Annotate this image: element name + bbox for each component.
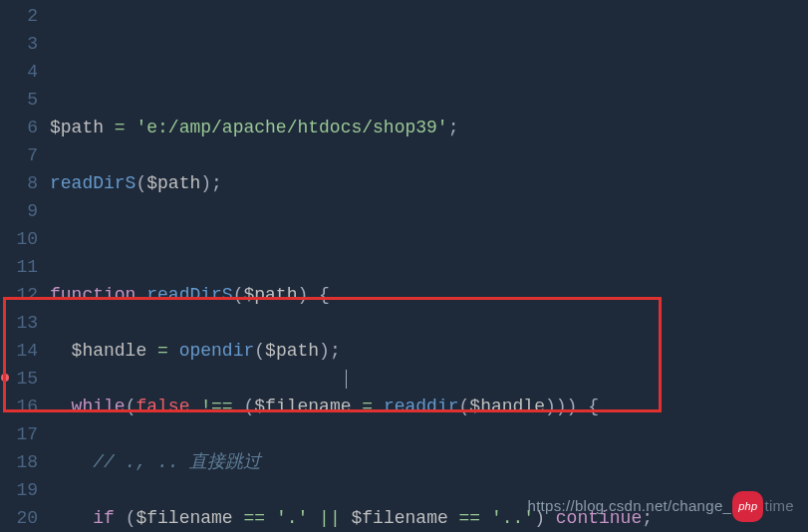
line-number: 5: [0, 86, 38, 114]
token-variable: $path: [243, 285, 297, 305]
line-number: 3: [0, 30, 38, 58]
token-function-call: readdir: [384, 397, 459, 416]
token-keyword: continue: [556, 508, 642, 528]
token-string: 'e:/amp/apache/htdocs/shop39': [135, 118, 447, 137]
line-number: 7: [0, 141, 38, 169]
token-keyword: function: [50, 285, 135, 305]
token-variable: $handle: [72, 341, 147, 361]
line-number-gutter: 234567891011121314151617181920: [0, 0, 50, 532]
line-number: 8: [0, 169, 38, 197]
token-punct: ;: [448, 118, 459, 137]
code-line[interactable]: while(false !== ($filename = readdir($ha…: [50, 393, 808, 420]
line-number: 10: [0, 225, 38, 253]
code-line[interactable]: // ., .. 直接跳过: [50, 448, 808, 476]
token-punct: ): [567, 397, 578, 416]
code-line[interactable]: $handle = opendir($path);: [50, 337, 808, 365]
token-brace: {: [588, 397, 599, 416]
code-line[interactable]: readDirS($path);: [50, 169, 808, 197]
code-area[interactable]: $path = 'e:/amp/apache/htdocs/shop39'; r…: [50, 0, 808, 532]
token-punct: ): [556, 397, 567, 416]
token-space: [135, 285, 146, 305]
token-punct: ): [319, 341, 330, 361]
token-space: [308, 285, 319, 305]
token-function-def: readDirS: [146, 285, 232, 305]
token-punct: (: [135, 173, 146, 193]
token-keyword: if: [93, 508, 115, 528]
token-brace: {: [319, 285, 330, 305]
token-constant: false: [135, 397, 189, 416]
token-punct: ): [200, 173, 211, 193]
gutter-marker-icon: [1, 374, 9, 382]
token-operator: ==: [233, 508, 276, 528]
token-punct: ;: [330, 341, 341, 361]
token-string: '..': [491, 508, 534, 528]
line-number: 6: [0, 114, 38, 141]
token-string: '.': [276, 508, 308, 528]
token-punct: (: [126, 508, 136, 528]
line-number: 16: [0, 393, 38, 420]
line-number: 4: [0, 58, 38, 86]
token-punct: (: [233, 285, 244, 305]
token-variable: $filename: [135, 508, 232, 528]
token-punct: ;: [642, 508, 653, 528]
token-punct: ): [534, 508, 545, 528]
line-number: 12: [0, 281, 38, 309]
code-line[interactable]: [50, 225, 808, 253]
token-variable: $path: [146, 173, 200, 193]
text-cursor-icon: [346, 370, 347, 389]
token-punct: ): [545, 397, 556, 416]
token-comment: // ., .. 直接跳过: [93, 452, 261, 472]
line-number: 19: [0, 476, 38, 504]
token-punct: ): [297, 285, 308, 305]
token-space: [115, 508, 126, 528]
code-line[interactable]: function readDirS($path) {: [50, 281, 808, 309]
token-punct: (: [254, 341, 265, 361]
line-number: 20: [0, 504, 38, 532]
token-keyword: while: [72, 397, 126, 416]
token-operator: =: [352, 397, 384, 416]
line-number: 9: [0, 197, 38, 225]
token-function-call: opendir: [179, 341, 255, 361]
token-variable: $handle: [469, 397, 545, 416]
token-variable: $path: [50, 118, 104, 137]
line-number: 14: [0, 337, 38, 365]
token-variable: $path: [265, 341, 319, 361]
code-line[interactable]: $path = 'e:/amp/apache/htdocs/shop39';: [50, 114, 808, 141]
token-operator: !==: [189, 397, 243, 416]
token-operator: ||: [308, 508, 351, 528]
token-operator: =: [104, 118, 135, 137]
token-space: [545, 508, 556, 528]
token-punct: (: [126, 397, 136, 416]
line-number: 2: [0, 2, 38, 30]
code-line[interactable]: if ($filename == '.' || $filename == '..…: [50, 504, 808, 532]
code-editor: 234567891011121314151617181920 $path = '…: [0, 0, 808, 532]
code-line[interactable]: [50, 58, 808, 86]
token-punct: (: [459, 397, 470, 416]
line-number: 17: [0, 420, 38, 448]
line-number: 18: [0, 448, 38, 476]
line-number: 11: [0, 253, 38, 281]
token-space: [577, 397, 588, 416]
token-variable: $filename: [254, 397, 351, 416]
token-operator: ==: [448, 508, 491, 528]
token-punct: (: [243, 397, 254, 416]
line-number: 13: [0, 309, 38, 337]
token-variable: $filename: [352, 508, 448, 528]
token-operator: =: [146, 341, 178, 361]
token-punct: ;: [211, 173, 222, 193]
token-function-call: readDirS: [50, 173, 135, 193]
